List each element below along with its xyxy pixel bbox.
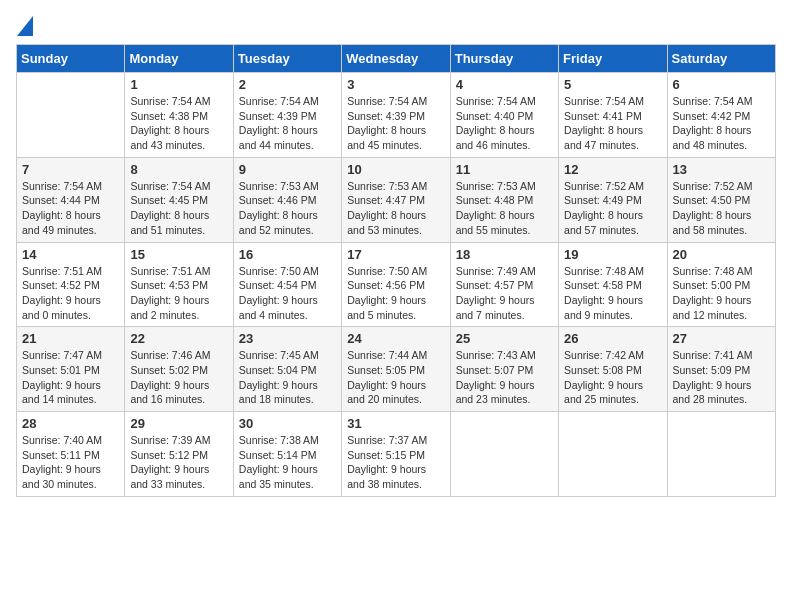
page-header (16, 16, 776, 32)
calendar-cell: 4Sunrise: 7:54 AMSunset: 4:40 PMDaylight… (450, 73, 558, 158)
calendar-cell: 25Sunrise: 7:43 AMSunset: 5:07 PMDayligh… (450, 327, 558, 412)
day-info: Sunrise: 7:54 AMSunset: 4:40 PMDaylight:… (456, 94, 553, 153)
day-info: Sunrise: 7:43 AMSunset: 5:07 PMDaylight:… (456, 348, 553, 407)
weekday-header: Thursday (450, 45, 558, 73)
day-info: Sunrise: 7:48 AMSunset: 5:00 PMDaylight:… (673, 264, 770, 323)
weekday-header: Friday (559, 45, 667, 73)
calendar-cell: 1Sunrise: 7:54 AMSunset: 4:38 PMDaylight… (125, 73, 233, 158)
weekday-header: Saturday (667, 45, 775, 73)
calendar-cell (559, 412, 667, 497)
calendar-table: SundayMondayTuesdayWednesdayThursdayFrid… (16, 44, 776, 497)
calendar-week-row: 28Sunrise: 7:40 AMSunset: 5:11 PMDayligh… (17, 412, 776, 497)
day-number: 6 (673, 77, 770, 92)
day-number: 3 (347, 77, 444, 92)
day-info: Sunrise: 7:46 AMSunset: 5:02 PMDaylight:… (130, 348, 227, 407)
calendar-week-row: 21Sunrise: 7:47 AMSunset: 5:01 PMDayligh… (17, 327, 776, 412)
day-info: Sunrise: 7:37 AMSunset: 5:15 PMDaylight:… (347, 433, 444, 492)
calendar-cell: 24Sunrise: 7:44 AMSunset: 5:05 PMDayligh… (342, 327, 450, 412)
calendar-cell: 12Sunrise: 7:52 AMSunset: 4:49 PMDayligh… (559, 157, 667, 242)
day-info: Sunrise: 7:38 AMSunset: 5:14 PMDaylight:… (239, 433, 336, 492)
day-info: Sunrise: 7:54 AMSunset: 4:39 PMDaylight:… (347, 94, 444, 153)
day-number: 21 (22, 331, 119, 346)
calendar-cell: 14Sunrise: 7:51 AMSunset: 4:52 PMDayligh… (17, 242, 125, 327)
weekday-header: Monday (125, 45, 233, 73)
calendar-cell: 10Sunrise: 7:53 AMSunset: 4:47 PMDayligh… (342, 157, 450, 242)
day-number: 4 (456, 77, 553, 92)
calendar-cell: 21Sunrise: 7:47 AMSunset: 5:01 PMDayligh… (17, 327, 125, 412)
day-number: 17 (347, 247, 444, 262)
day-number: 29 (130, 416, 227, 431)
calendar-cell: 29Sunrise: 7:39 AMSunset: 5:12 PMDayligh… (125, 412, 233, 497)
day-info: Sunrise: 7:54 AMSunset: 4:42 PMDaylight:… (673, 94, 770, 153)
day-number: 27 (673, 331, 770, 346)
calendar-week-row: 14Sunrise: 7:51 AMSunset: 4:52 PMDayligh… (17, 242, 776, 327)
day-info: Sunrise: 7:51 AMSunset: 4:53 PMDaylight:… (130, 264, 227, 323)
day-info: Sunrise: 7:44 AMSunset: 5:05 PMDaylight:… (347, 348, 444, 407)
day-number: 1 (130, 77, 227, 92)
day-info: Sunrise: 7:49 AMSunset: 4:57 PMDaylight:… (456, 264, 553, 323)
logo-triangle-icon (17, 16, 33, 36)
day-number: 8 (130, 162, 227, 177)
calendar-header-row: SundayMondayTuesdayWednesdayThursdayFrid… (17, 45, 776, 73)
day-info: Sunrise: 7:53 AMSunset: 4:47 PMDaylight:… (347, 179, 444, 238)
calendar-cell: 3Sunrise: 7:54 AMSunset: 4:39 PMDaylight… (342, 73, 450, 158)
calendar-cell: 8Sunrise: 7:54 AMSunset: 4:45 PMDaylight… (125, 157, 233, 242)
day-info: Sunrise: 7:48 AMSunset: 4:58 PMDaylight:… (564, 264, 661, 323)
calendar-cell: 22Sunrise: 7:46 AMSunset: 5:02 PMDayligh… (125, 327, 233, 412)
day-info: Sunrise: 7:51 AMSunset: 4:52 PMDaylight:… (22, 264, 119, 323)
calendar-cell: 17Sunrise: 7:50 AMSunset: 4:56 PMDayligh… (342, 242, 450, 327)
calendar-week-row: 7Sunrise: 7:54 AMSunset: 4:44 PMDaylight… (17, 157, 776, 242)
day-number: 9 (239, 162, 336, 177)
day-info: Sunrise: 7:50 AMSunset: 4:56 PMDaylight:… (347, 264, 444, 323)
day-info: Sunrise: 7:53 AMSunset: 4:46 PMDaylight:… (239, 179, 336, 238)
day-number: 20 (673, 247, 770, 262)
day-info: Sunrise: 7:52 AMSunset: 4:50 PMDaylight:… (673, 179, 770, 238)
day-info: Sunrise: 7:54 AMSunset: 4:44 PMDaylight:… (22, 179, 119, 238)
calendar-cell: 9Sunrise: 7:53 AMSunset: 4:46 PMDaylight… (233, 157, 341, 242)
calendar-cell: 18Sunrise: 7:49 AMSunset: 4:57 PMDayligh… (450, 242, 558, 327)
day-number: 10 (347, 162, 444, 177)
day-info: Sunrise: 7:54 AMSunset: 4:38 PMDaylight:… (130, 94, 227, 153)
calendar-cell: 27Sunrise: 7:41 AMSunset: 5:09 PMDayligh… (667, 327, 775, 412)
day-info: Sunrise: 7:40 AMSunset: 5:11 PMDaylight:… (22, 433, 119, 492)
day-info: Sunrise: 7:41 AMSunset: 5:09 PMDaylight:… (673, 348, 770, 407)
day-info: Sunrise: 7:42 AMSunset: 5:08 PMDaylight:… (564, 348, 661, 407)
day-number: 26 (564, 331, 661, 346)
day-info: Sunrise: 7:54 AMSunset: 4:45 PMDaylight:… (130, 179, 227, 238)
day-info: Sunrise: 7:54 AMSunset: 4:39 PMDaylight:… (239, 94, 336, 153)
logo (16, 16, 34, 32)
calendar-cell: 13Sunrise: 7:52 AMSunset: 4:50 PMDayligh… (667, 157, 775, 242)
day-info: Sunrise: 7:50 AMSunset: 4:54 PMDaylight:… (239, 264, 336, 323)
day-info: Sunrise: 7:54 AMSunset: 4:41 PMDaylight:… (564, 94, 661, 153)
calendar-cell: 20Sunrise: 7:48 AMSunset: 5:00 PMDayligh… (667, 242, 775, 327)
day-number: 14 (22, 247, 119, 262)
weekday-header: Tuesday (233, 45, 341, 73)
day-number: 16 (239, 247, 336, 262)
calendar-cell: 26Sunrise: 7:42 AMSunset: 5:08 PMDayligh… (559, 327, 667, 412)
day-number: 18 (456, 247, 553, 262)
day-info: Sunrise: 7:47 AMSunset: 5:01 PMDaylight:… (22, 348, 119, 407)
calendar-cell: 23Sunrise: 7:45 AMSunset: 5:04 PMDayligh… (233, 327, 341, 412)
calendar-cell: 28Sunrise: 7:40 AMSunset: 5:11 PMDayligh… (17, 412, 125, 497)
calendar-cell (17, 73, 125, 158)
calendar-week-row: 1Sunrise: 7:54 AMSunset: 4:38 PMDaylight… (17, 73, 776, 158)
day-number: 12 (564, 162, 661, 177)
calendar-cell: 7Sunrise: 7:54 AMSunset: 4:44 PMDaylight… (17, 157, 125, 242)
calendar-cell: 6Sunrise: 7:54 AMSunset: 4:42 PMDaylight… (667, 73, 775, 158)
day-number: 23 (239, 331, 336, 346)
day-info: Sunrise: 7:45 AMSunset: 5:04 PMDaylight:… (239, 348, 336, 407)
day-number: 19 (564, 247, 661, 262)
calendar-cell: 11Sunrise: 7:53 AMSunset: 4:48 PMDayligh… (450, 157, 558, 242)
day-info: Sunrise: 7:53 AMSunset: 4:48 PMDaylight:… (456, 179, 553, 238)
weekday-header: Wednesday (342, 45, 450, 73)
day-number: 30 (239, 416, 336, 431)
day-number: 22 (130, 331, 227, 346)
day-number: 5 (564, 77, 661, 92)
calendar-cell: 15Sunrise: 7:51 AMSunset: 4:53 PMDayligh… (125, 242, 233, 327)
calendar-cell: 31Sunrise: 7:37 AMSunset: 5:15 PMDayligh… (342, 412, 450, 497)
day-number: 24 (347, 331, 444, 346)
weekday-header: Sunday (17, 45, 125, 73)
day-number: 15 (130, 247, 227, 262)
day-info: Sunrise: 7:52 AMSunset: 4:49 PMDaylight:… (564, 179, 661, 238)
calendar-cell: 2Sunrise: 7:54 AMSunset: 4:39 PMDaylight… (233, 73, 341, 158)
